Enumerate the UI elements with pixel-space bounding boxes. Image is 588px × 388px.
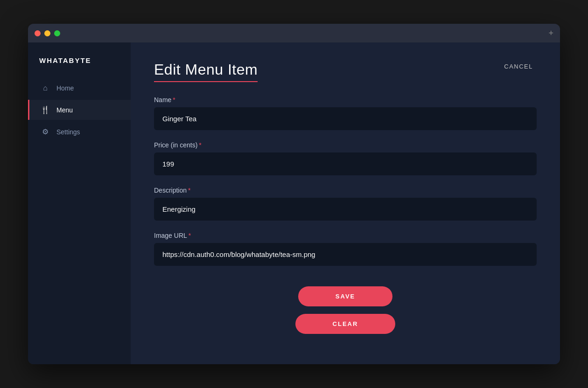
image-url-field-group: Image URL* xyxy=(154,232,537,266)
cancel-button[interactable]: CANCEL xyxy=(500,61,537,72)
image-url-label: Image URL* xyxy=(154,232,537,239)
name-field-group: Name* xyxy=(154,96,537,130)
sidebar-item-settings[interactable]: ⚙ Settings xyxy=(28,122,131,142)
description-field-group: Description* xyxy=(154,187,537,221)
sidebar-item-label-settings: Settings xyxy=(56,128,80,136)
page-title: Edit Menu Item xyxy=(154,61,258,78)
price-label: Price (in cents)* xyxy=(154,141,537,149)
required-star-name: * xyxy=(173,96,175,104)
edit-menu-form: Name* Price (in cents)* Description* xyxy=(154,96,537,334)
name-input[interactable] xyxy=(154,107,537,130)
description-input[interactable] xyxy=(154,198,537,221)
plus-icon[interactable]: + xyxy=(548,28,553,38)
minimize-button[interactable] xyxy=(44,30,50,36)
app-body: WHATABYTE ⌂ Home 🍴 Menu ⚙ Settings xyxy=(28,42,560,364)
sidebar-nav: ⌂ Home 🍴 Menu ⚙ Settings xyxy=(28,78,131,142)
sidebar-item-home[interactable]: ⌂ Home xyxy=(28,78,131,98)
main-content: Edit Menu Item CANCEL Name* Price (in ce… xyxy=(131,42,560,364)
image-url-input[interactable] xyxy=(154,243,537,266)
page-title-wrapper: Edit Menu Item xyxy=(154,61,258,82)
menu-icon: 🍴 xyxy=(41,105,50,114)
sidebar: WHATABYTE ⌂ Home 🍴 Menu ⚙ Settings xyxy=(28,42,131,364)
save-button[interactable]: SAVE xyxy=(298,286,392,306)
maximize-button[interactable] xyxy=(54,30,60,36)
required-star-image: * xyxy=(189,232,191,239)
price-field-group: Price (in cents)* xyxy=(154,141,537,175)
page-header: Edit Menu Item CANCEL xyxy=(154,61,537,82)
home-icon: ⌂ xyxy=(41,84,50,92)
description-label: Description* xyxy=(154,187,537,194)
app-window: + WHATABYTE ⌂ Home 🍴 Menu ⚙ Settings xyxy=(28,24,560,364)
sidebar-item-label-home: Home xyxy=(56,84,74,92)
required-star-description: * xyxy=(188,187,190,194)
settings-icon: ⚙ xyxy=(41,127,50,136)
sidebar-item-menu[interactable]: 🍴 Menu xyxy=(28,100,131,120)
close-button[interactable] xyxy=(35,30,41,36)
sidebar-item-label-menu: Menu xyxy=(56,106,73,114)
app-logo: WHATABYTE xyxy=(28,52,131,78)
name-label: Name* xyxy=(154,96,537,104)
price-input[interactable] xyxy=(154,152,537,175)
traffic-lights xyxy=(35,30,60,36)
form-actions: SAVE CLEAR xyxy=(154,286,537,334)
clear-button[interactable]: CLEAR xyxy=(295,314,396,334)
titlebar: + xyxy=(28,24,560,42)
required-star-price: * xyxy=(199,141,201,149)
